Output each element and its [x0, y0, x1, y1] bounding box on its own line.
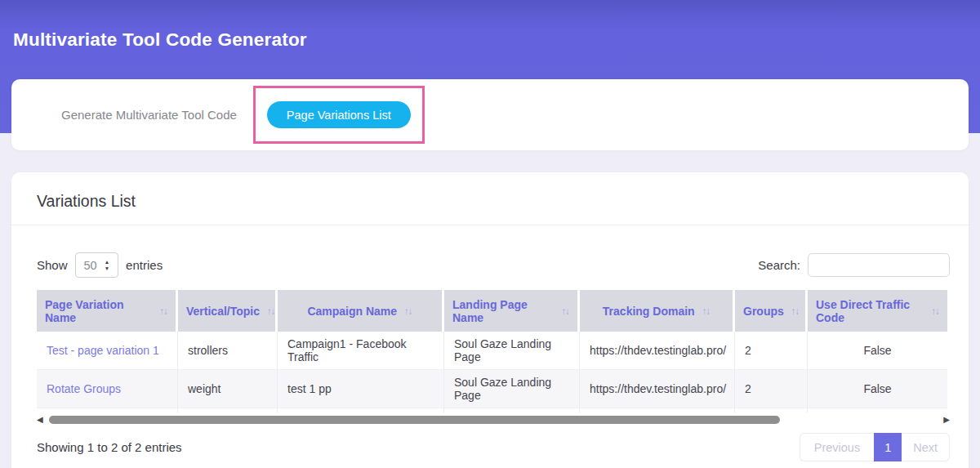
search-label: Search: [758, 258, 800, 272]
tabs-card: Generate Multivariate Tool Code Page Var… [11, 79, 969, 150]
table-scroll-container: Page Variation Name↑↓ Vertical/Topic↑↓ C… [37, 290, 950, 412]
panel-title-row: Variations List [11, 172, 969, 225]
table-row: Rotate Groups weight test 1 pp Soul Gaze… [37, 370, 947, 408]
sort-icon[interactable]: ↑↓ [404, 306, 412, 316]
entries-summary: Showing 1 to 2 of 2 entries [37, 440, 182, 454]
column-header-landing-page-name[interactable]: Landing Page Name↑↓ [444, 290, 580, 332]
groups-cell: 2 [735, 332, 808, 370]
variation-name-link[interactable]: Test - page variation 1 [37, 332, 178, 370]
vertical-topic-cell: strollers [178, 332, 278, 370]
column-header-tracking-domain[interactable]: Tracking Domain↑↓ [580, 290, 735, 332]
sort-icon[interactable]: ↑↓ [932, 306, 940, 316]
entries-label: entries [126, 258, 163, 272]
next-page-button[interactable]: Next [902, 433, 950, 461]
show-label: Show [37, 258, 68, 272]
column-header-use-direct-traffic-code[interactable]: Use Direct Traffic Code↑↓ [808, 290, 947, 332]
search-input[interactable] [808, 253, 950, 277]
table-header-row: Page Variation Name↑↓ Vertical/Topic↑↓ C… [37, 290, 947, 332]
scrollbar-track[interactable] [47, 416, 939, 424]
pagination: Previous 1 Next [800, 433, 950, 461]
highlight-annotation-box: Page Variations List [253, 86, 425, 144]
table-footer: Showing 1 to 2 of 2 entries Previous 1 N… [37, 433, 950, 461]
variations-table: Page Variation Name↑↓ Vertical/Topic↑↓ C… [37, 290, 947, 412]
search-group: Search: [758, 253, 950, 277]
select-updown-icon: ▲ ▼ [105, 259, 109, 271]
column-header-vertical-topic[interactable]: Vertical/Topic↑↓ [178, 290, 278, 332]
panel-title: Variations List [37, 192, 136, 210]
campaign-name-cell: test 1 pp [278, 370, 444, 408]
groups-cell: 2 [735, 370, 808, 408]
vertical-topic-cell: weight [178, 370, 278, 408]
column-header-page-variation-name[interactable]: Page Variation Name↑↓ [37, 290, 178, 332]
page-size-group: Show 50 ▲ ▼ entries [37, 252, 163, 278]
direct-traffic-cell: False [808, 332, 947, 370]
table-row: Test - page variation 1 strollers Campai… [37, 332, 947, 370]
landing-page-cell: Soul Gaze Landing Page [444, 370, 580, 408]
column-header-groups[interactable]: Groups↑↓ [735, 290, 808, 332]
sort-icon[interactable]: ↑↓ [702, 306, 710, 316]
horizontal-scrollbar[interactable]: ◀ ▶ [37, 414, 950, 426]
tracking-domain-cell: https://thdev.testinglab.pro/ [580, 370, 735, 408]
tab-page-variations-list-button[interactable]: Page Variations List [267, 101, 411, 128]
page-size-value: 50 [84, 259, 97, 272]
sort-icon[interactable]: ↑↓ [267, 306, 275, 316]
column-header-campaign-name[interactable]: Campaign Name↑↓ [278, 290, 444, 332]
sort-icon[interactable]: ↑↓ [160, 306, 168, 316]
variations-list-card: Variations List Show 50 ▲ ▼ entries Sear… [11, 172, 969, 468]
variation-name-link[interactable]: Rotate Groups [37, 370, 178, 408]
page-size-select[interactable]: 50 ▲ ▼ [75, 252, 119, 278]
table-controls: Show 50 ▲ ▼ entries Search: [37, 252, 950, 278]
table-stub-row [37, 408, 947, 412]
page-number-button[interactable]: 1 [874, 433, 902, 461]
direct-traffic-cell: False [808, 370, 947, 408]
tab-generate-code[interactable]: Generate Multivariate Tool Code [61, 108, 237, 122]
scroll-left-icon[interactable]: ◀ [37, 416, 47, 424]
tracking-domain-cell: https://thdev.testinglab.pro/ [580, 332, 735, 370]
scrollbar-thumb[interactable] [49, 416, 780, 424]
sort-icon[interactable]: ↑↓ [562, 306, 570, 316]
sort-icon[interactable]: ↑↓ [791, 306, 800, 316]
landing-page-cell: Soul Gaze Landing Page [444, 332, 580, 370]
scroll-right-icon[interactable]: ▶ [939, 416, 950, 424]
page-title: Multivariate Tool Code Generator [13, 29, 967, 51]
campaign-name-cell: Campaign1 - Facebook Traffic [278, 332, 444, 370]
previous-page-button[interactable]: Previous [800, 433, 874, 461]
